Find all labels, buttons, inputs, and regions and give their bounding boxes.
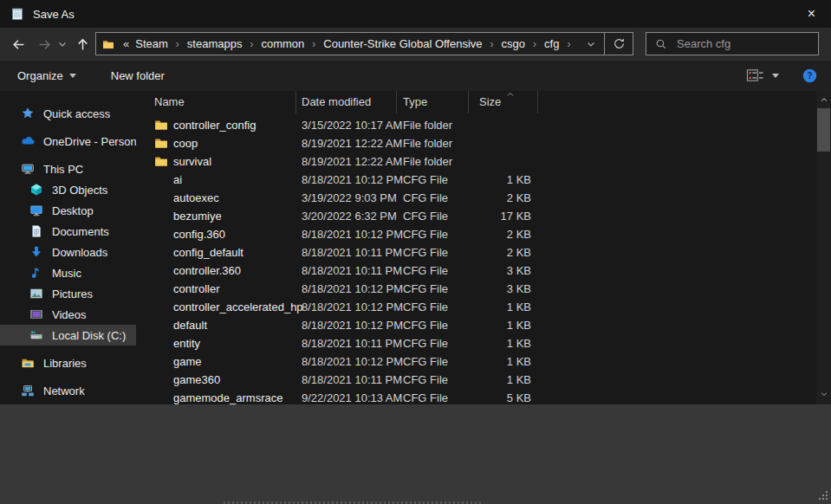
column-separator[interactable] [295, 91, 296, 113]
file-row-controller[interactable]: controller8/18/2021 10:12 PMCFG File3 KB [141, 280, 816, 298]
breadcrumb-overflow[interactable]: « [120, 37, 133, 50]
file-name: game [173, 355, 202, 368]
close-icon[interactable]: × [792, 0, 831, 28]
videos-icon [29, 307, 43, 321]
cfg-file-icon [154, 391, 168, 404]
sidebar-item-3d-objects[interactable]: 3D Objects [0, 179, 136, 200]
file-row-controller-360[interactable]: controller.3608/18/2021 10:11 PMCFG File… [141, 262, 816, 280]
chevron-down-icon [820, 390, 828, 398]
forward-button[interactable] [32, 32, 56, 56]
sidebar-item-desktop[interactable]: Desktop [0, 200, 136, 221]
sidebar-item-label: Quick access [43, 107, 110, 120]
back-button[interactable] [6, 32, 30, 56]
column-header-size[interactable]: Size [479, 95, 501, 108]
sidebar-item-pictures[interactable]: Pictures [0, 283, 136, 304]
column-header-name[interactable]: Name [154, 95, 185, 108]
vertical-scrollbar[interactable] [816, 91, 831, 404]
sidebar-item-label: 3D Objects [52, 184, 107, 197]
cfg-file-icon [154, 263, 168, 277]
svg-text:?: ? [807, 71, 812, 81]
file-row-controller-accelerated-hp[interactable]: controller_accelerated_hp8/18/2021 10:12… [141, 298, 816, 316]
file-row-game[interactable]: game8/18/2021 10:12 PMCFG File1 KB [141, 352, 816, 371]
resize-grip[interactable] [818, 491, 828, 501]
file-row-controller-config[interactable]: controller_config3/15/2022 10:17 AMFile … [141, 116, 816, 134]
sidebar-item-music[interactable]: Music [0, 262, 136, 283]
organize-label: Organize [17, 69, 63, 82]
sidebar-item-network[interactable]: Network [0, 380, 136, 401]
sidebar-item-libraries[interactable]: Libraries [0, 352, 136, 373]
file-date-modified: 9/22/2021 10:13 AM [302, 391, 402, 404]
file-type: File folder [403, 137, 452, 150]
sort-ascending-icon [505, 91, 516, 100]
breadcrumb-segment-steam[interactable]: Steam [133, 37, 171, 50]
file-date-modified: 8/18/2021 10:12 PM [302, 319, 403, 332]
file-type: CFG File [403, 319, 448, 332]
sidebar-item-downloads[interactable]: Downloads [0, 242, 136, 262]
scroll-down-icon[interactable] [816, 386, 831, 401]
search-input[interactable] [675, 36, 809, 51]
file-row-default[interactable]: default8/18/2021 10:12 PMCFG File1 KB [141, 316, 816, 334]
column-header-type[interactable]: Type [403, 95, 427, 108]
file-size: 2 KB [468, 228, 531, 241]
file-row-bezumiye[interactable]: bezumiye3/20/2022 6:32 PMCFG File17 KB [141, 207, 816, 225]
command-toolbar: Organize New folder ? [0, 61, 831, 91]
column-separator[interactable] [396, 91, 397, 113]
file-row-config-360[interactable]: config.3608/18/2021 10:12 PMCFG File2 KB [141, 225, 816, 243]
scrollbar-thumb[interactable] [817, 108, 830, 152]
file-row-entity[interactable]: entity8/18/2021 10:11 PMCFG File1 KB [141, 334, 816, 352]
breadcrumb-segment-counter-strike-global-offensive[interactable]: Counter-Strike Global Offensive [321, 37, 484, 50]
sidebar-item-local-disk-c[interactable]: Local Disk (C:) [0, 325, 136, 346]
column-header-date-modified[interactable]: Date modified [302, 95, 371, 108]
file-name: controller [173, 282, 219, 295]
file-name: survival [173, 155, 211, 168]
sidebar-item-label: Libraries [43, 357, 87, 370]
up-button[interactable] [70, 32, 94, 56]
scroll-up-icon[interactable] [816, 92, 831, 107]
breadcrumb-separator-icon: › [307, 38, 321, 50]
new-folder-button[interactable]: New folder [111, 69, 165, 82]
search-icon [655, 38, 667, 50]
sidebar-item-label: Pictures [52, 288, 93, 300]
sidebar-item-quick-access[interactable]: Quick access [0, 103, 136, 124]
save-as-dialog: Save As × «Steam›steamapps›common›Counte… [0, 0, 831, 504]
breadcrumb-segment-cfg[interactable]: cfg [542, 37, 562, 50]
file-list: NameDate modifiedTypeSize controller_con… [141, 91, 816, 404]
sidebar-item-documents[interactable]: Documents [0, 221, 136, 242]
breadcrumb-segment-steamapps[interactable]: steamapps [185, 37, 245, 50]
file-row-config-default[interactable]: config_default8/18/2021 10:11 PMCFG File… [141, 243, 816, 262]
file-type: CFG File [403, 264, 448, 277]
file-row-gamemode-armsrace[interactable]: gamemode_armsrace9/22/2021 10:13 AMCFG F… [141, 389, 816, 404]
file-size: 2 KB [468, 246, 531, 259]
file-date-modified: 3/19/2022 9:03 PM [302, 191, 397, 204]
cfg-file-icon [154, 227, 168, 241]
file-size: 2 KB [468, 191, 531, 204]
breadcrumb-segment-csgo[interactable]: csgo [499, 37, 528, 50]
folder-icon [102, 38, 114, 50]
cfg-file-icon [154, 336, 168, 350]
column-separator[interactable] [468, 91, 469, 113]
file-row-coop[interactable]: coop8/19/2021 12:22 AMFile folder [141, 134, 816, 152]
sidebar-item-onedrive-personal[interactable]: OneDrive - Personal [0, 131, 136, 152]
cfg-file-icon [154, 172, 168, 186]
file-row-autoexec[interactable]: autoexec3/19/2022 9:03 PMCFG File2 KB [141, 189, 816, 207]
file-name: coop [173, 137, 198, 150]
file-size: 1 KB [468, 373, 531, 386]
recent-locations-button[interactable] [55, 32, 70, 56]
column-separator[interactable] [537, 91, 538, 113]
address-dropdown-button[interactable] [578, 33, 604, 55]
breadcrumb-segment-common[interactable]: common [258, 37, 307, 50]
help-button[interactable]: ? [802, 68, 817, 83]
file-size: 1 KB [468, 337, 531, 350]
change-view-button[interactable] [746, 68, 779, 83]
caret-down-icon [69, 74, 76, 78]
file-date-modified: 8/18/2021 10:12 PM [302, 228, 403, 241]
file-row-survival[interactable]: survival8/19/2021 12:22 AMFile folder [141, 152, 816, 171]
sidebar-item-this-pc[interactable]: This PC [0, 158, 136, 179]
file-row-ai[interactable]: ai8/18/2021 10:12 PMCFG File1 KB [141, 171, 816, 189]
refresh-button[interactable] [604, 32, 633, 55]
quick-access-icon [21, 107, 35, 120]
sidebar-item-label: Network [43, 384, 85, 397]
file-row-game360[interactable]: game3608/18/2021 10:11 PMCFG File1 KB [141, 371, 816, 389]
sidebar-item-videos[interactable]: Videos [0, 304, 136, 325]
organize-button[interactable]: Organize [17, 69, 76, 82]
